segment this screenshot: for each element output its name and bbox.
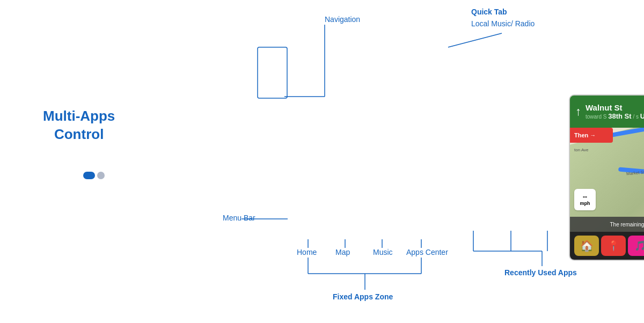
nav-speed-value: --	[583, 193, 587, 201]
svg-line-3	[448, 33, 502, 47]
nav-speed-unit: mph	[580, 201, 590, 206]
nav-top-bar: ↑ Walnut St toward S 38th St / s Univers…	[570, 96, 644, 128]
quick-tab-label: Quick Tab	[471, 8, 507, 16]
local-music-radio-label: Local Music/ Radio	[471, 19, 535, 28]
nav-then-bar: Then →	[570, 128, 613, 143]
nav-speed-display: -- mph	[574, 189, 596, 210]
home-icon: 🏠	[580, 239, 594, 252]
map-market-label: Market St	[626, 170, 644, 176]
nav-eta-bar: The remaining 14 km | 48 minutes	[570, 217, 644, 232]
main-screen: Spring Market St ton Ave SimilarETA ↑ Wa…	[284, 47, 612, 214]
nav-street-info: Walnut St toward S 38th St / s Universit…	[586, 103, 644, 120]
nav-then-text: Then →	[574, 132, 596, 138]
dot-inactive	[97, 172, 105, 179]
navigation-pane: Spring Market St ton Ave SimilarETA ↑ Wa…	[570, 96, 644, 232]
svg-rect-2	[258, 47, 287, 98]
nav-street-name: Walnut St	[586, 103, 644, 112]
apps-center-label: Apps Center	[406, 248, 448, 256]
menu-bar: 🏠 📍 🎵 ⊞ 🖼️ ⚙️	[570, 232, 644, 260]
menu-bar-label: Menu Bar	[223, 214, 255, 222]
fixed-apps-zone-label: Fixed Apps Zone	[333, 292, 393, 301]
home-button[interactable]: 🏠	[574, 236, 599, 256]
music-label: Music	[373, 248, 393, 256]
home-label: Home	[297, 248, 317, 256]
nav-eta-text: The remaining 14 km | 48 minutes	[610, 222, 644, 227]
screen-display: Spring Market St ton Ave SimilarETA ↑ Wa…	[569, 94, 644, 261]
map-ton-label: ton Ave	[574, 148, 589, 152]
music-button[interactable]: 🎵	[628, 236, 644, 256]
dot-active	[83, 172, 95, 179]
nav-street-sub: toward S 38th St / s University Ave	[586, 112, 644, 120]
recently-used-apps-label: Recently Used Apps	[504, 268, 577, 277]
map-icon: 📍	[608, 240, 619, 252]
music-icon: 🎵	[634, 240, 644, 252]
nav-direction-arrow: ↑	[575, 105, 581, 119]
page-indicator	[83, 172, 105, 179]
navigation-label: Navigation	[325, 15, 360, 24]
map-label: Map	[335, 248, 350, 256]
map-button[interactable]: 📍	[601, 236, 626, 256]
page-title: Multi-Apps Control	[43, 107, 115, 144]
